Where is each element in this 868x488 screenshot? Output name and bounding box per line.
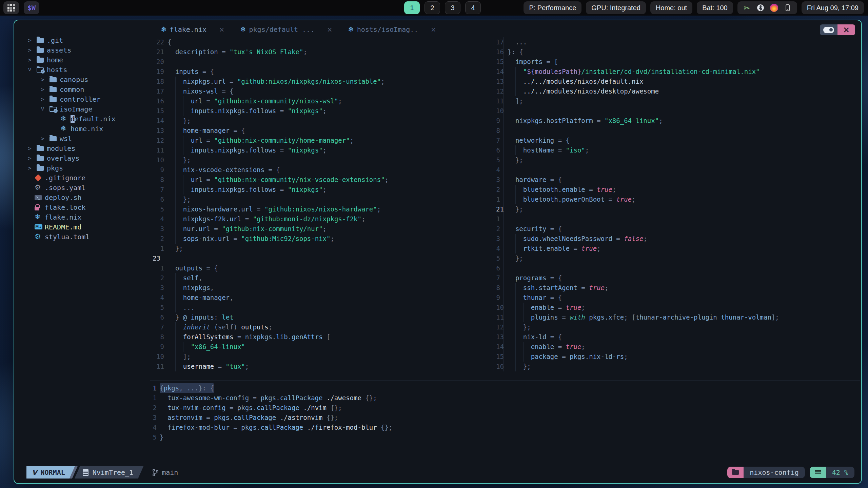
editor-pane-flake-nix[interactable]: 22{21 description = "tux's NixOS Flake";…	[150, 37, 492, 372]
tree-item-deploy.sh[interactable]: >_deploy.sh	[28, 192, 149, 202]
gear-icon: ⚙	[35, 233, 45, 240]
tree-item-home.nix[interactable]: ❄home.nix	[28, 124, 149, 134]
code-line: 8 ssh.startAgent = true;	[496, 283, 860, 293]
line-number: 20	[153, 57, 164, 67]
chevron-right-icon[interactable]: >	[41, 76, 50, 83]
chevron-right-icon[interactable]: >	[28, 155, 37, 162]
tree-item-isoImage[interactable]: visoImage	[28, 104, 149, 114]
chevron-right-icon[interactable]: >	[41, 86, 50, 93]
line-number: 13	[496, 77, 504, 86]
tree-item-stylua.toml[interactable]: ⚙stylua.toml	[28, 232, 149, 242]
line-number: 4	[153, 293, 164, 303]
code-line: 20	[153, 57, 492, 67]
line-number: 21	[496, 204, 504, 214]
system-tray: ✂	[737, 1, 797, 14]
lock-icon	[35, 204, 45, 210]
chevron-right-icon[interactable]: >	[41, 135, 50, 142]
tab-close-icon[interactable]: ×	[431, 26, 436, 33]
tree-item-wsl[interactable]: >wsl	[28, 134, 149, 143]
tree-item-common[interactable]: >common	[28, 84, 149, 94]
chevron-right-icon[interactable]: >	[28, 46, 37, 54]
tree-item-assets[interactable]: >assets	[28, 45, 149, 55]
folder-icon	[37, 47, 47, 53]
buffer-tab[interactable]: ❄pkgs/default ...×	[240, 25, 332, 34]
window-close-button[interactable]: ×	[837, 24, 855, 35]
tree-item-flake.nix[interactable]: ❄flake.nix	[28, 212, 149, 222]
nvimtree-file-explorer[interactable]: >.git>assets>homevhosts>canopus>common>c…	[14, 35, 149, 449]
code-line: 8 forAllSystems = nixpkgs.lib.genAttrs [	[153, 332, 492, 342]
line-number: 9	[153, 165, 164, 175]
line-number: 16	[496, 362, 504, 371]
line-number: 17	[153, 86, 164, 96]
code-line: 12 };	[496, 322, 860, 332]
folder-icon	[50, 86, 60, 92]
bluetooth-icon[interactable]	[756, 4, 765, 12]
code-line: 8	[496, 126, 860, 136]
tree-item-default.nix[interactable]: ❄default.nix	[28, 114, 149, 124]
workspace-button-1[interactable]: 1	[404, 1, 420, 14]
tree-item-controller[interactable]: >controller	[28, 94, 149, 104]
workspace-button-4[interactable]: 4	[465, 1, 481, 14]
code-line: 14 };	[153, 116, 492, 126]
tree-item-label: home.nix	[71, 125, 103, 133]
tree-item-.git[interactable]: >.git	[28, 35, 149, 45]
app-launcher-button[interactable]	[3, 1, 19, 14]
line-number: 7	[153, 322, 164, 332]
tree-item-label: canopus	[60, 76, 88, 84]
code-line: 2 tux-nvim-config = pkgs.callPackage ./n…	[153, 403, 860, 413]
tree-item-.gitignore[interactable]: .gitignore	[28, 173, 149, 183]
chevron-down-icon[interactable]: v	[41, 105, 50, 112]
workspace-button-3[interactable]: 3	[445, 1, 460, 14]
clock[interactable]: Fri Aug 09, 17:09	[802, 1, 864, 14]
project-label: nixos-config	[744, 467, 805, 478]
flame-icon[interactable]	[770, 4, 778, 12]
tab-close-icon[interactable]: ×	[219, 26, 224, 33]
git-branch-icon	[152, 469, 159, 476]
code-line: 17 nixos-wsl = {	[153, 86, 492, 96]
code-line: 2 sops-nix.url = "github:Mic92/sops-nix"…	[153, 234, 492, 244]
tree-item-.sops.yaml[interactable]: ⚙.sops.yaml	[28, 183, 149, 192]
tree-item-label: wsl	[60, 135, 72, 143]
tree-item-label: flake.nix	[45, 213, 81, 221]
line-number: 4	[496, 165, 504, 175]
editor-pane-iso-default-nix[interactable]: 17 ...16}: {15 imports = [14 "${modulesP…	[493, 37, 860, 372]
chevron-right-icon[interactable]: >	[28, 37, 37, 44]
chevron-down-icon[interactable]: v	[28, 65, 37, 73]
chevron-right-icon[interactable]: >	[28, 56, 37, 63]
tree-item-canopus[interactable]: >canopus	[28, 75, 149, 84]
folder-icon	[727, 467, 744, 478]
tree-item-flake.lock[interactable]: flake.lock	[28, 202, 149, 212]
tree-item-label: assets	[47, 46, 71, 54]
branch-label: main	[162, 468, 178, 476]
nix-icon: ❄	[161, 26, 167, 33]
chevron-right-icon[interactable]: >	[28, 164, 37, 171]
line-number: 7	[153, 185, 164, 195]
tree-item-modules[interactable]: >modules	[28, 143, 149, 153]
editor-pane-pkgs-default-nix[interactable]: 1{pkgs, ...}: {1 tux-awesome-wm-config =…	[150, 380, 860, 465]
line-number: 16	[496, 47, 504, 57]
code-line: 5}	[153, 432, 860, 442]
window-toggle-button[interactable]	[820, 24, 837, 35]
tree-item-pkgs[interactable]: >pkgs	[28, 163, 149, 173]
workspaces: 1234	[404, 1, 481, 14]
folder-icon	[37, 155, 47, 161]
phone-icon[interactable]	[784, 4, 792, 12]
line-number: 8	[496, 283, 504, 293]
chevron-right-icon[interactable]: >	[28, 145, 37, 152]
scissors-icon[interactable]: ✂	[743, 4, 751, 12]
buffer-tab[interactable]: ❄hosts/isoImag..×	[348, 25, 436, 34]
tab-close-icon[interactable]: ×	[327, 26, 332, 33]
tree-item-label: pkgs	[47, 164, 63, 172]
tree-item-hosts[interactable]: vhosts	[28, 65, 149, 75]
workspace-button-2[interactable]: 2	[425, 1, 440, 14]
status-pill: P: Performance	[524, 1, 581, 14]
line-number: 4	[153, 214, 164, 224]
tree-item-overlays[interactable]: >overlays	[28, 153, 149, 163]
code-line: 4	[496, 165, 860, 175]
tree-item-README.md[interactable]: M↓README.md	[28, 222, 149, 232]
chevron-right-icon[interactable]: >	[41, 96, 50, 103]
buffer-tab[interactable]: ❄flake.nix×	[161, 25, 224, 34]
code-line: 3 hardware = {	[496, 175, 860, 185]
tree-item-home[interactable]: >home	[28, 55, 149, 65]
wm-logo-button[interactable]: $W	[24, 1, 39, 14]
